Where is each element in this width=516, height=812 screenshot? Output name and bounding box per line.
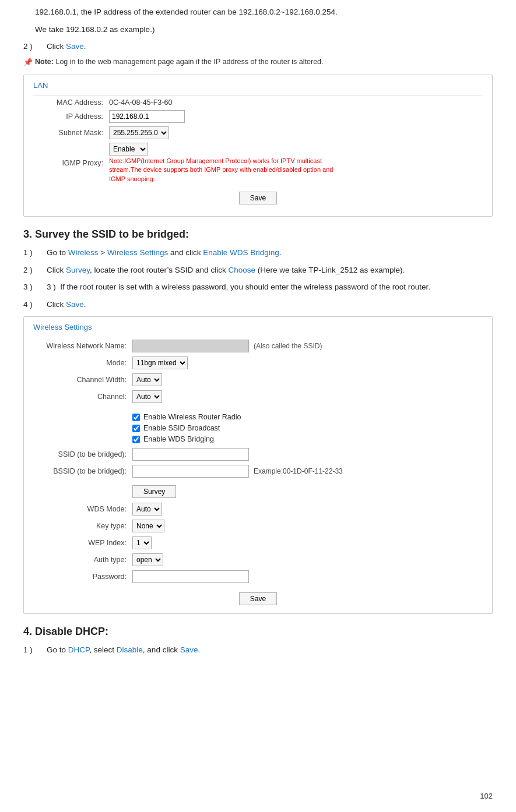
mac-value: 0C-4A-08-45-F3-60 xyxy=(109,98,172,107)
enable-wds-checkbox[interactable] xyxy=(132,436,140,443)
ws-ssid-bridged-label: SSID (to be bridged): xyxy=(33,450,127,458)
ws-wep-index-select[interactable]: 1 xyxy=(132,536,152,549)
ws-bssid-bridged-label: BSSID (to be bridged): xyxy=(33,467,127,475)
igmp-label: IGMP Proxy: xyxy=(33,159,103,167)
ws-mode-row: Mode: 11bgn mixed xyxy=(33,356,483,369)
lan-save-button[interactable]: Save xyxy=(239,192,277,204)
save-link-3[interactable]: Save xyxy=(180,645,198,654)
ip-row: IP Address: xyxy=(33,110,483,123)
ws-auth-type-row: Auth type: open xyxy=(33,553,483,566)
checkbox-row-3: Enable WDS Bridging xyxy=(132,435,483,443)
ws-auth-type-label: Auth type: xyxy=(33,556,127,564)
ws-ssid-bridged-row: SSID (to be bridged): xyxy=(33,448,483,461)
page-number: 102 xyxy=(480,792,493,800)
enable-ssid-label: Enable SSID Broadcast xyxy=(143,424,220,432)
igmp-row: IGMP Proxy: Enable Disable Note:IGMP(Int… xyxy=(33,143,483,183)
ws-survey-btn-row: Survey xyxy=(132,482,483,498)
ws-key-type-select[interactable]: None xyxy=(132,520,164,532)
ws-password-input[interactable] xyxy=(132,570,249,583)
wireless-settings-link[interactable]: Wireless Settings xyxy=(107,248,168,257)
intro-line1: 192.168.0.1, the IP address of the exten… xyxy=(23,6,493,19)
ip-label: IP Address: xyxy=(33,112,103,121)
checkbox-row-1: Enable Wireless Router Radio xyxy=(132,413,483,421)
ws-channel-width-select[interactable]: Auto xyxy=(132,373,162,386)
subnet-label: Subnet Mask: xyxy=(33,129,103,137)
save-link-1[interactable]: Save xyxy=(66,42,84,51)
lan-divider xyxy=(33,96,483,96)
ws-wep-index-label: WEP Index: xyxy=(33,539,127,547)
ws-wds-mode-row: WDS Mode: Auto xyxy=(33,503,483,516)
section3-step3: 3 ) 3 ) If the root router is set with a… xyxy=(23,281,493,294)
enable-wds-link[interactable]: Enable WDS Bridging xyxy=(203,248,279,257)
subnet-row: Subnet Mask: 255.255.255.0 xyxy=(33,126,483,139)
lan-box: LAN MAC Address: 0C-4A-08-45-F3-60 IP Ad… xyxy=(23,75,493,217)
igmp-select[interactable]: Enable Disable xyxy=(109,143,148,156)
ws-bssid-bridged-input[interactable] xyxy=(132,465,249,478)
ws-network-name-label: Wireless Network Name: xyxy=(33,342,127,350)
ws-wds-mode-label: WDS Mode: xyxy=(33,505,127,513)
ws-key-type-row: Key type: None xyxy=(33,520,483,532)
ws-box-title: Wireless Settings xyxy=(33,323,483,331)
section3-step2: 2 ) Click Survey, locate the root router… xyxy=(23,264,493,277)
mac-row: MAC Address: 0C-4A-08-45-F3-60 xyxy=(33,98,483,107)
disable-link[interactable]: Disable xyxy=(117,645,143,654)
lan-box-title: LAN xyxy=(33,81,483,90)
dhcp-link[interactable]: DHCP xyxy=(68,645,90,654)
step-2-save: 2 ) Click Save. xyxy=(23,40,493,53)
igmp-note: Note:IGMP(Internet Group Management Prot… xyxy=(109,157,342,183)
section4-step1: 1 ) Go to DHCP, select Disable, and clic… xyxy=(23,644,493,656)
save-link-2[interactable]: Save xyxy=(66,300,84,309)
ws-auth-type-select[interactable]: open xyxy=(132,553,163,566)
enable-ssid-checkbox[interactable] xyxy=(132,425,140,432)
lan-save-row: Save xyxy=(33,188,483,204)
checkbox-row-2: Enable SSID Broadcast xyxy=(132,424,483,432)
ws-mode-select[interactable]: 11bgn mixed xyxy=(132,356,188,369)
enable-wds-label: Enable WDS Bridging xyxy=(143,435,214,443)
note-block: 📌 Note: Log in to the web management pag… xyxy=(23,58,493,66)
ws-checkboxes: Enable Wireless Router Radio Enable SSID… xyxy=(132,413,483,443)
ws-network-name-row: Wireless Network Name: (Also called the … xyxy=(33,340,483,352)
ws-channel-width-label: Channel Width: xyxy=(33,376,127,384)
section3-heading: 3. Survey the SSID to be bridged: xyxy=(23,228,493,241)
ws-channel-width-row: Channel Width: Auto xyxy=(33,373,483,386)
choose-link[interactable]: Choose xyxy=(228,266,255,274)
enable-radio-label: Enable Wireless Router Radio xyxy=(143,413,241,421)
section3-step4: 4 ) Click Save. xyxy=(23,298,493,311)
section3-step1: 1 ) Go to Wireless > Wireless Settings a… xyxy=(23,246,493,259)
survey-link[interactable]: Survey xyxy=(66,266,90,274)
ws-wep-index-row: WEP Index: 1 xyxy=(33,536,483,549)
ws-channel-select[interactable]: Auto xyxy=(132,390,162,403)
wireless-link[interactable]: Wireless xyxy=(68,248,99,257)
ws-save-row: Save xyxy=(33,589,483,605)
wireless-settings-box: Wireless Settings Wireless Network Name:… xyxy=(23,316,493,614)
ws-survey-button[interactable]: Survey xyxy=(132,485,176,498)
ws-wds-mode-select[interactable]: Auto xyxy=(132,503,162,516)
ws-key-type-label: Key type: xyxy=(33,522,127,530)
page-content: 192.168.0.1, the IP address of the exten… xyxy=(23,6,493,656)
note-icon: 📌 xyxy=(23,58,33,66)
ws-ssid-hint: (Also called the SSID) xyxy=(254,342,322,350)
ws-mode-label: Mode: xyxy=(33,359,127,367)
subnet-select[interactable]: 255.255.255.0 xyxy=(109,126,169,139)
ip-input[interactable] xyxy=(109,110,185,123)
ws-network-name-input[interactable] xyxy=(132,340,249,352)
ws-bssid-bridged-row: BSSID (to be bridged): Example:00-1D-0F-… xyxy=(33,465,483,478)
ws-channel-label: Channel: xyxy=(33,393,127,401)
mac-label: MAC Address: xyxy=(33,98,103,107)
intro-line2: We take 192.168.0.2 as example.) xyxy=(23,23,493,36)
ws-bssid-example: Example:00-1D-0F-11-22-33 xyxy=(254,467,343,475)
section4-heading: 4. Disable DHCP: xyxy=(23,626,493,638)
ws-password-row: Password: xyxy=(33,570,483,583)
enable-radio-checkbox[interactable] xyxy=(132,414,140,421)
ws-ssid-bridged-input[interactable] xyxy=(132,448,249,461)
ws-save-button[interactable]: Save xyxy=(239,592,277,605)
ws-password-label: Password: xyxy=(33,573,127,581)
ws-channel-row: Channel: Auto xyxy=(33,390,483,403)
